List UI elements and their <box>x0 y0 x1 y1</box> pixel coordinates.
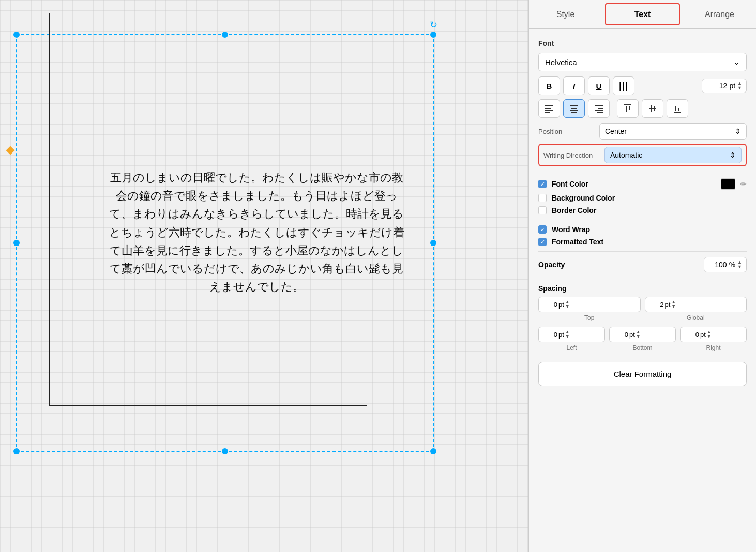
divider-3 <box>538 251 747 252</box>
opacity-input: % ▲ ▼ <box>704 257 747 272</box>
handle-bottom-center[interactable] <box>222 448 228 454</box>
opacity-spinner: ▲ ▼ <box>737 260 742 269</box>
font-size-input: 12 pt ▲ ▼ <box>702 79 747 93</box>
spacing-right-unit: pt <box>700 331 706 339</box>
underline-button[interactable]: U <box>588 76 610 95</box>
spacing-global-spinner: ▲ ▼ <box>671 300 676 309</box>
spacing-top-spinner: ▲ ▼ <box>565 300 570 309</box>
spacing-left-spinner: ▲ ▼ <box>565 330 570 339</box>
writing-direction-value: Automatic <box>610 151 642 159</box>
word-wrap-label: Word Wrap <box>552 225 590 234</box>
spacing-right-input: pt ▲ ▼ <box>680 327 747 342</box>
clear-formatting-button[interactable]: Clear Formatting <box>538 362 747 386</box>
background-color-checkbox[interactable] <box>538 194 547 202</box>
rotate-handle[interactable]: ↻ <box>430 19 437 30</box>
align-right-button[interactable] <box>588 99 610 118</box>
columns-button[interactable]: ||| <box>613 76 634 95</box>
handle-bottom-left[interactable] <box>13 448 20 454</box>
spacing-global-unit: pt <box>665 301 671 309</box>
spacing-right-field[interactable] <box>685 331 699 339</box>
position-select[interactable]: Center ⇕ <box>599 123 747 140</box>
spacing-right-down[interactable]: ▼ <box>707 334 712 339</box>
formatted-text-checkbox[interactable]: ✓ <box>538 238 547 246</box>
writing-direction-row: Writing Direction Automatic ⇕ <box>538 144 747 166</box>
writing-direction-select[interactable]: Automatic ⇕ <box>604 147 742 163</box>
opacity-label: Opacity <box>538 260 700 269</box>
handle-bottom-right[interactable] <box>430 448 436 454</box>
border-color-label: Border Color <box>552 206 747 214</box>
spacing-bottom-unit: pt <box>629 331 635 339</box>
opacity-down[interactable]: ▼ <box>737 265 742 269</box>
spacing-left-down[interactable]: ▼ <box>565 334 570 339</box>
tab-bar: Style Text Arrange <box>529 0 756 29</box>
diamond-handle[interactable] <box>6 146 15 155</box>
spacing-label: Spacing <box>538 284 747 293</box>
spacing-top-global-labels: Top Global <box>538 314 747 321</box>
border-color-row: Border Color <box>538 206 747 214</box>
spacing-right-spinner: ▲ ▼ <box>707 330 712 339</box>
text-box: 五月のしまいの日曜でした。わたくしは賑やかな市の教会の鐘の音で眼をさましました。… <box>49 13 367 406</box>
handle-top-left[interactable] <box>13 32 20 38</box>
canvas-area: ↻ 五月のしまいの日曜でした。わたくしは賑やかな市の教会の鐘の音で眼をさましまし… <box>0 0 528 552</box>
font-color-edit-icon[interactable]: ✏ <box>740 180 747 188</box>
spacing-left-label: Left <box>538 344 605 351</box>
handle-top-right[interactable] <box>430 32 436 38</box>
spacing-top-global-row: pt ▲ ▼ pt ▲ ▼ <box>538 297 747 312</box>
spacing-global-down[interactable]: ▼ <box>671 304 676 309</box>
divider-4 <box>538 279 747 279</box>
valign-bottom-button[interactable] <box>667 99 688 118</box>
tab-arrange[interactable]: Arrange <box>683 0 756 28</box>
opacity-row: Opacity % ▲ ▼ <box>538 257 747 272</box>
spacing-bottom-label: Bottom <box>609 344 676 351</box>
font-dropdown-chevron-icon: ⌄ <box>733 57 740 67</box>
border-color-checkbox[interactable] <box>538 206 547 214</box>
word-wrap-row: ✓ Word Wrap <box>538 225 747 234</box>
font-name: Helvetica <box>545 58 577 67</box>
spacing-bottom-input: pt ▲ ▼ <box>609 327 676 342</box>
spacing-global-field[interactable] <box>649 301 664 309</box>
italic-button[interactable]: I <box>563 76 585 95</box>
formatted-text-row: ✓ Formatted Text <box>538 238 747 246</box>
tab-text[interactable]: Text <box>605 3 680 25</box>
word-wrap-checkbox[interactable]: ✓ <box>538 225 547 234</box>
tab-style[interactable]: Style <box>529 0 602 28</box>
spacing-top-label: Top <box>538 314 641 321</box>
bold-button[interactable]: B <box>538 76 560 95</box>
writing-direction-label: Writing Direction <box>543 151 600 159</box>
font-dropdown[interactable]: Helvetica ⌄ <box>538 53 747 71</box>
font-size-down[interactable]: ▼ <box>737 86 742 90</box>
panel-content: Font Helvetica ⌄ B I U ||| 12 pt ▲ ▼ <box>529 29 756 552</box>
spacing-bottom-down[interactable]: ▼ <box>636 334 641 339</box>
spacing-left-unit: pt <box>558 331 564 339</box>
font-section-label: Font <box>538 39 747 48</box>
spacing-left-field[interactable] <box>543 331 557 339</box>
spacing-global-label: Global <box>645 314 747 321</box>
opacity-field[interactable] <box>708 260 727 269</box>
opacity-unit: % <box>729 260 735 269</box>
canvas-text-content: 五月のしまいの日曜でした。わたくしは賑やかな市の教会の鐘の音で眼をさましました。… <box>107 168 406 296</box>
divider-1 <box>538 173 747 173</box>
spacing-left-input: pt ▲ ▼ <box>538 327 605 342</box>
background-color-row: Background Color <box>538 194 747 202</box>
position-chevron-icon: ⇕ <box>735 127 741 135</box>
align-left-button[interactable] <box>538 99 560 118</box>
position-row: Position Center ⇕ <box>538 123 747 140</box>
font-color-checkbox[interactable]: ✓ <box>538 180 547 188</box>
spacing-top-field[interactable] <box>543 301 557 309</box>
position-label: Position <box>538 128 595 135</box>
font-color-swatch[interactable] <box>721 178 735 190</box>
align-center-button[interactable] <box>563 99 585 118</box>
spacing-bottom-spinner: ▲ ▼ <box>636 330 641 339</box>
valign-middle-button[interactable] <box>642 99 663 118</box>
spacing-right-label: Right <box>680 344 747 351</box>
handle-middle-right[interactable] <box>430 240 436 246</box>
spacing-top-unit: pt <box>558 301 564 309</box>
spacing-top-down[interactable]: ▼ <box>565 304 570 309</box>
divider-2 <box>538 220 747 220</box>
font-size-field[interactable]: 12 <box>706 82 727 90</box>
valign-top-button[interactable] <box>617 99 639 118</box>
position-value: Center <box>605 127 627 135</box>
spacing-bottom-field[interactable] <box>614 331 628 339</box>
handle-middle-left[interactable] <box>13 240 20 246</box>
font-size-unit: pt <box>729 82 735 90</box>
